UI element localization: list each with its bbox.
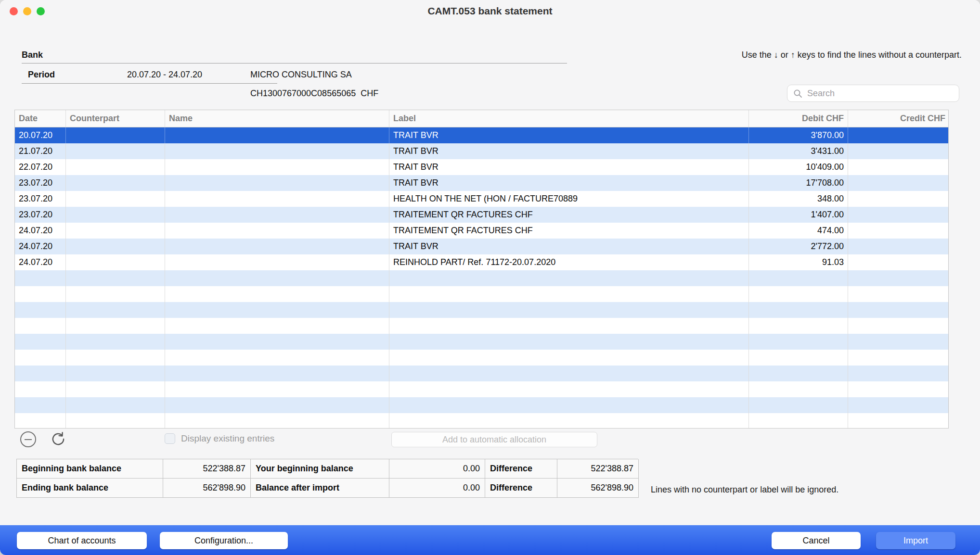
cell-name bbox=[165, 270, 389, 286]
summary-label: Difference bbox=[485, 479, 557, 498]
period-value: 20.07.20 - 24.07.20 bbox=[127, 70, 202, 80]
cell-debit: 348.00 bbox=[749, 191, 848, 207]
minus-icon bbox=[25, 439, 32, 440]
cell-debit: 10'409.00 bbox=[749, 159, 848, 175]
cell-name bbox=[165, 207, 389, 223]
column-header-counterpart[interactable]: Counterpart bbox=[66, 110, 165, 127]
refresh-button[interactable] bbox=[49, 430, 67, 448]
statement-row[interactable]: 23.07.20TRAIT BVR17'708.00 bbox=[15, 175, 948, 191]
statement-row-empty[interactable] bbox=[15, 270, 948, 286]
cancel-button[interactable]: Cancel bbox=[772, 532, 861, 549]
cell-credit bbox=[848, 223, 949, 239]
statement-row[interactable]: 21.07.20TRAIT BVR3'431.00 bbox=[15, 143, 948, 159]
cell-label bbox=[389, 366, 749, 381]
remove-line-button[interactable] bbox=[20, 431, 36, 447]
statement-row-empty[interactable] bbox=[15, 350, 948, 366]
statement-row-empty[interactable] bbox=[15, 318, 948, 334]
configuration-button[interactable]: Configuration... bbox=[160, 532, 288, 549]
add-automatic-allocation-button[interactable]: Add to automatic allocation bbox=[391, 432, 597, 447]
cell-counterpart bbox=[66, 270, 165, 286]
display-existing-label: Display existing entries bbox=[181, 433, 274, 444]
footer-bar: Chart of accounts Configuration... Cance… bbox=[0, 525, 980, 555]
cell-debit bbox=[749, 381, 848, 397]
column-header-date[interactable]: Date bbox=[15, 110, 66, 127]
summary-value: 0.00 bbox=[389, 479, 485, 498]
summary-value: 0.00 bbox=[389, 459, 485, 479]
cell-counterpart bbox=[66, 159, 165, 175]
cell-debit: 17'708.00 bbox=[749, 175, 848, 191]
cell-date: 22.07.20 bbox=[15, 159, 66, 175]
cell-date: 24.07.20 bbox=[15, 223, 66, 239]
cell-counterpart bbox=[66, 366, 165, 381]
display-existing-checkbox[interactable] bbox=[165, 433, 175, 444]
statement-row[interactable]: 24.07.20TRAIT BVR2'772.00 bbox=[15, 239, 948, 254]
bank-label: Bank bbox=[22, 50, 43, 60]
cell-label bbox=[389, 270, 749, 286]
cell-date bbox=[15, 334, 66, 350]
cell-name bbox=[165, 302, 389, 318]
period-underline bbox=[22, 83, 277, 84]
cell-credit bbox=[848, 254, 949, 270]
cell-counterpart bbox=[66, 254, 165, 270]
cell-date bbox=[15, 270, 66, 286]
statement-row-empty[interactable] bbox=[15, 334, 948, 350]
column-header-debit[interactable]: Debit CHF bbox=[749, 110, 848, 127]
cell-debit bbox=[749, 318, 848, 334]
cell-date: 24.07.20 bbox=[15, 254, 66, 270]
import-button[interactable]: Import bbox=[876, 532, 955, 549]
cell-label: TRAIT BVR bbox=[389, 143, 749, 159]
cell-date: 21.07.20 bbox=[15, 143, 66, 159]
column-header-label[interactable]: Label bbox=[389, 110, 749, 127]
statement-row[interactable]: 24.07.20REINHOLD PART/ Ref. 71172-20.07.… bbox=[15, 254, 948, 270]
summary-value: 522'388.87 bbox=[163, 459, 251, 479]
cell-name bbox=[165, 318, 389, 334]
statement-row-empty[interactable] bbox=[15, 302, 948, 318]
cell-label bbox=[389, 381, 749, 397]
statement-table: Date Counterpart Name Label Debit CHF Cr… bbox=[14, 110, 949, 429]
account-number: CH1300767000C08565065 CHF bbox=[250, 88, 378, 99]
summary-label: Difference bbox=[485, 459, 557, 479]
search-field[interactable] bbox=[787, 85, 959, 102]
column-header-name[interactable]: Name bbox=[165, 110, 389, 127]
cell-debit: 91.03 bbox=[749, 254, 848, 270]
statement-row[interactable]: 20.07.20TRAIT BVR3'870.00 bbox=[15, 127, 948, 143]
search-input[interactable] bbox=[807, 88, 953, 99]
statement-row[interactable]: 22.07.20TRAIT BVR10'409.00 bbox=[15, 159, 948, 175]
statement-row-empty[interactable] bbox=[15, 413, 948, 429]
cell-date: 24.07.20 bbox=[15, 239, 66, 254]
statement-row[interactable]: 24.07.20TRAITEMENT QR FACTURES CHF474.00 bbox=[15, 223, 948, 239]
cell-counterpart bbox=[66, 286, 165, 302]
cell-date bbox=[15, 381, 66, 397]
statement-row-empty[interactable] bbox=[15, 381, 948, 397]
cell-label: TRAIT BVR bbox=[389, 159, 749, 175]
cell-date bbox=[15, 366, 66, 381]
column-header-credit[interactable]: Credit CHF bbox=[848, 110, 949, 127]
cell-debit: 3'431.00 bbox=[749, 143, 848, 159]
cell-label bbox=[389, 413, 749, 429]
summary-label: Ending bank balance bbox=[17, 479, 163, 498]
cell-label bbox=[389, 350, 749, 366]
cell-debit: 474.00 bbox=[749, 223, 848, 239]
cell-credit bbox=[848, 207, 949, 223]
statement-row-empty[interactable] bbox=[15, 366, 948, 381]
cell-credit bbox=[848, 175, 949, 191]
statement-row[interactable]: 23.07.20TRAITEMENT QR FACTURES CHF1'407.… bbox=[15, 207, 948, 223]
cell-counterpart bbox=[66, 143, 165, 159]
cell-name bbox=[165, 127, 389, 143]
cell-date: 23.07.20 bbox=[15, 191, 66, 207]
summary-label: Your beginning balance bbox=[251, 459, 389, 479]
cell-counterpart bbox=[66, 191, 165, 207]
bank-underline bbox=[22, 63, 567, 63]
cell-credit bbox=[848, 397, 949, 413]
cell-date: 23.07.20 bbox=[15, 175, 66, 191]
cell-label: HEALTH ON THE NET (HON / FACTURE70889 bbox=[389, 191, 749, 207]
chart-of-accounts-button[interactable]: Chart of accounts bbox=[17, 532, 147, 549]
statement-row[interactable]: 23.07.20HEALTH ON THE NET (HON / FACTURE… bbox=[15, 191, 948, 207]
statement-row-empty[interactable] bbox=[15, 397, 948, 413]
cell-label: REINHOLD PART/ Ref. 71172-20.07.2020 bbox=[389, 254, 749, 270]
cell-debit: 1'407.00 bbox=[749, 207, 848, 223]
cell-counterpart bbox=[66, 175, 165, 191]
cell-name bbox=[165, 366, 389, 381]
statement-row-empty[interactable] bbox=[15, 286, 948, 302]
cell-credit bbox=[848, 366, 949, 381]
